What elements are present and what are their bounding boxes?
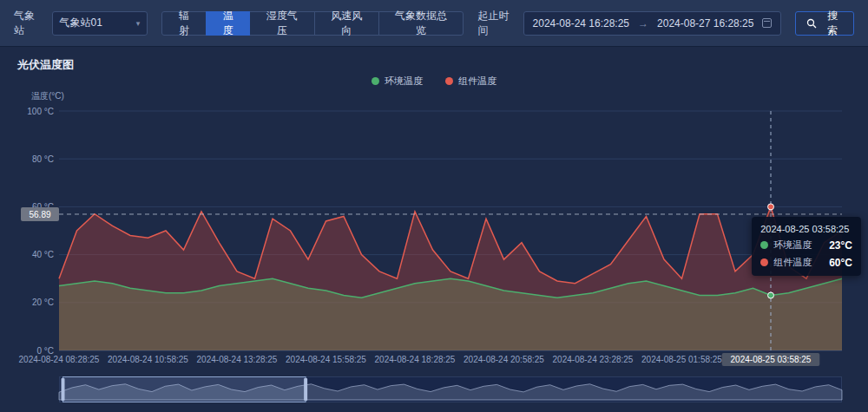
tooltip-ambient-value: 23°C xyxy=(817,239,852,252)
chart-legend: 环境温度 组件温度 xyxy=(17,73,851,88)
module-legend-dot-icon xyxy=(445,77,453,85)
x-tick-label: 2024-08-24 10:58:25 xyxy=(108,355,188,364)
time-range-label: 起止时间 xyxy=(477,9,516,38)
page-title: 光伏温度图 xyxy=(17,57,851,73)
ambient-legend-dot-icon xyxy=(372,77,379,85)
x-tick-label: 2024-08-25 01:58:25 xyxy=(641,355,722,364)
tab-temperature[interactable]: 温度 xyxy=(206,11,251,36)
legend-item-module-temperature[interactable]: 组件温度 xyxy=(445,75,496,88)
start-time-value: 2024-08-24 16:28:25 xyxy=(533,17,629,29)
station-select-value: 气象站01 xyxy=(60,16,102,30)
temperature-chart[interactable]: 0 °C20 °C40 °C60 °C80 °C100 °C温度(°C)2024… xyxy=(17,90,851,369)
datazoom-handle-left[interactable] xyxy=(62,378,65,401)
chart-tooltip: 2024-08-25 03:58:25 环境温度 23°C 组件温度 60°C xyxy=(752,217,861,276)
module-highlight-dot xyxy=(768,204,774,210)
time-range-picker[interactable]: 2024-08-24 16:28:25 → 2024-08-27 16:28:2… xyxy=(523,11,782,36)
calendar-icon xyxy=(762,18,772,28)
time-range-group: 起止时间 2024-08-24 16:28:25 → 2024-08-27 16… xyxy=(477,9,781,38)
datazoom-slider[interactable] xyxy=(59,376,842,402)
x-tick-label: 2024-08-24 23:28:25 xyxy=(553,355,634,364)
y-tick-label: 80 °C xyxy=(32,154,54,164)
station-label: 气象站 xyxy=(14,9,45,38)
datazoom-handle-right[interactable] xyxy=(304,378,307,401)
tooltip-ambient-name: 环境温度 xyxy=(773,239,812,252)
chart-area: 0 °C20 °C40 °C60 °C80 °C100 °C温度(°C)2024… xyxy=(17,90,851,369)
ambient-highlight-dot xyxy=(768,292,774,298)
tooltip-row-module: 组件温度 60°C xyxy=(760,256,852,269)
tooltip-title: 2024-08-25 03:58:25 xyxy=(760,224,852,234)
search-button[interactable]: 搜索 xyxy=(795,11,854,36)
marker-label: 56.89 xyxy=(29,210,50,219)
datazoom xyxy=(59,376,842,402)
station-select[interactable]: 气象站01 ▾ xyxy=(52,11,148,36)
tab-weather-data-overview[interactable]: 气象数据总览 xyxy=(378,11,464,36)
tooltip-module-name: 组件温度 xyxy=(773,256,812,269)
x-tick-label: 2024-08-24 15:58:25 xyxy=(286,355,366,364)
legend-label-module: 组件温度 xyxy=(458,75,496,88)
metric-tabs: 辐射 温度 湿度气压 风速风向 气象数据总览 xyxy=(161,11,464,36)
datazoom-selection[interactable] xyxy=(63,377,306,402)
tab-humidity-pressure[interactable]: 湿度气压 xyxy=(249,11,314,36)
search-icon xyxy=(806,18,817,29)
end-time-value: 2024-08-27 16:28:25 xyxy=(657,17,753,29)
x-tick-label: 2024-08-25 03:58:25 xyxy=(731,355,812,364)
tooltip-ambient-dot-icon xyxy=(760,241,768,249)
y-tick-label: 20 °C xyxy=(32,298,54,307)
main-content: 光伏温度图 环境温度 组件温度 0 °C20 °C40 °C60 °C80 °C… xyxy=(0,47,868,402)
y-tick-label: 0 °C xyxy=(36,346,54,356)
tooltip-module-dot-icon xyxy=(760,258,768,266)
tab-radiation[interactable]: 辐射 xyxy=(161,11,207,36)
topbar: 气象站 气象站01 ▾ 辐射 温度 湿度气压 风速风向 气象数据总览 起止时间 … xyxy=(0,0,868,47)
search-button-label: 搜索 xyxy=(822,9,843,38)
x-tick-label: 2024-08-24 18:28:25 xyxy=(375,355,456,364)
tooltip-module-value: 60°C xyxy=(817,257,852,269)
station-group: 气象站 气象站01 ▾ xyxy=(14,9,148,38)
x-tick-label: 2024-08-24 13:28:25 xyxy=(197,355,278,364)
x-tick-label: 2024-08-24 08:28:25 xyxy=(19,355,100,364)
y-tick-label: 100 °C xyxy=(27,107,54,116)
x-tick-label: 2024-08-24 20:58:25 xyxy=(464,355,544,364)
y-axis-name: 温度(°C) xyxy=(31,91,64,101)
legend-label-ambient: 环境温度 xyxy=(385,75,423,88)
range-arrow-icon: → xyxy=(638,17,648,29)
tab-wind-speed-direction[interactable]: 风速风向 xyxy=(314,11,379,36)
chevron-down-icon: ▾ xyxy=(136,19,141,28)
y-tick-label: 40 °C xyxy=(32,250,54,259)
legend-item-ambient-temperature[interactable]: 环境温度 xyxy=(372,75,423,88)
tooltip-row-ambient: 环境温度 23°C xyxy=(760,239,852,252)
